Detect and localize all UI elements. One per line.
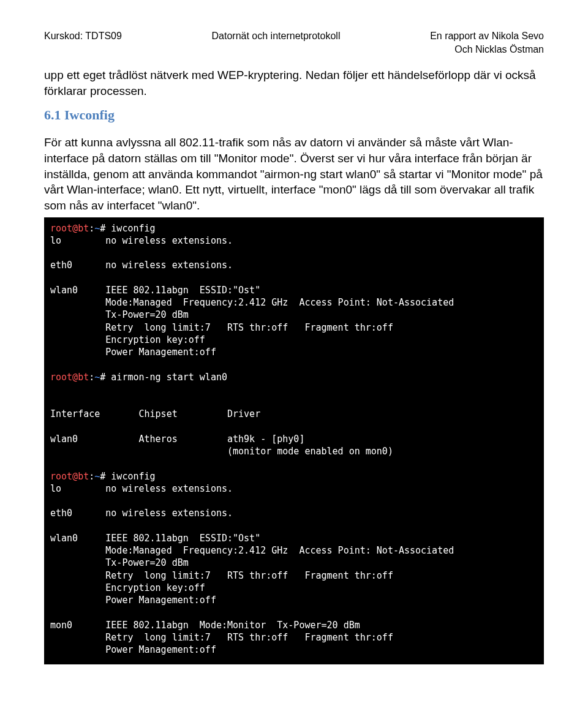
terminal-command-2: airmon-ng start wlan0 bbox=[105, 372, 227, 383]
terminal-command-3: iwconfig bbox=[105, 471, 155, 482]
prompt-colon: : bbox=[89, 223, 94, 234]
terminal-output-3-line-9: Power Management:off bbox=[50, 595, 216, 606]
terminal-output-1-line-6: Tx-Power=20 dBm bbox=[50, 309, 189, 320]
terminal-output-3-line-2: eth0 no wireless extensions. bbox=[50, 508, 233, 519]
terminal-output-2-line-4: wlan0 Atheros ath9k - [phy0] bbox=[50, 434, 304, 445]
terminal-output-3-line-4: wlan0 IEEE 802.11abgn ESSID:"Ost" bbox=[50, 533, 260, 544]
prompt-user-host: root@bt bbox=[50, 471, 89, 482]
terminal-output-3-line-0: lo no wireless extensions. bbox=[50, 483, 233, 494]
terminal-command-1: iwconfig bbox=[105, 223, 155, 234]
terminal-output-1-line-2: eth0 no wireless extensions. bbox=[50, 260, 233, 271]
intro-paragraph: upp ett eget trådlöst nätverk med WEP-kr… bbox=[44, 67, 544, 99]
terminal-output-3-line-13: Power Management:off bbox=[50, 644, 216, 655]
terminal-output-1-line-9: Power Management:off bbox=[50, 347, 216, 358]
header-author-line1: En rapport av Nikola Sevo bbox=[430, 31, 544, 41]
prompt-path: ~ bbox=[94, 223, 100, 234]
header-author-line2: Och Nicklas Östman bbox=[454, 44, 544, 54]
terminal-output-2-line-2: Interface Chipset Driver bbox=[50, 408, 260, 419]
terminal-output-3-line-5: Mode:Managed Frequency:2.412 GHz Access … bbox=[50, 545, 454, 556]
section-paragraph: För att kunna avlyssna all 802.11-trafik… bbox=[44, 135, 544, 213]
prompt-hash: # bbox=[100, 223, 105, 234]
prompt-user-host: root@bt bbox=[50, 372, 89, 383]
section-heading-iwconfig: 6.1 Iwconfig bbox=[44, 107, 544, 123]
terminal-output-3-line-8: Encryption key:off bbox=[50, 582, 205, 593]
terminal-output-3-line-11: mon0 IEEE 802.11abgn Mode:Monitor Tx-Pow… bbox=[50, 620, 360, 631]
terminal-output-1-line-4: wlan0 IEEE 802.11abgn ESSID:"Ost" bbox=[50, 285, 260, 296]
prompt-path: ~ bbox=[94, 471, 100, 482]
prompt-line-2: root@bt:~# airmon-ng start wlan0 bbox=[50, 372, 227, 383]
prompt-user-host: root@bt bbox=[50, 223, 89, 234]
header-authors: En rapport av Nikola SevoOch Nicklas Öst… bbox=[430, 29, 544, 56]
terminal-output-1-line-7: Retry long limit:7 RTS thr:off Fragment … bbox=[50, 322, 393, 333]
terminal-screenshot: root@bt:~# iwconfig lo no wireless exten… bbox=[44, 217, 544, 665]
prompt-colon: : bbox=[89, 372, 94, 383]
page-header: Kurskod: TDTS09 Datornät och internetpro… bbox=[44, 29, 544, 56]
prompt-line-3: root@bt:~# iwconfig bbox=[50, 471, 156, 482]
header-course-title: Datornät och internetprotokoll bbox=[212, 29, 341, 56]
header-course-code: Kurskod: TDTS09 bbox=[44, 29, 122, 56]
terminal-output-1-line-0: lo no wireless extensions. bbox=[50, 235, 233, 246]
prompt-line-1: root@bt:~# iwconfig bbox=[50, 223, 156, 234]
prompt-hash: # bbox=[100, 372, 105, 383]
terminal-output-3-line-12: Retry long limit:7 RTS thr:off Fragment … bbox=[50, 632, 393, 643]
terminal-output-3-line-7: Retry long limit:7 RTS thr:off Fragment … bbox=[50, 570, 393, 581]
terminal-output-1-line-8: Encryption key:off bbox=[50, 334, 205, 345]
terminal-output-1-line-5: Mode:Managed Frequency:2.412 GHz Access … bbox=[50, 297, 454, 308]
terminal-output-2-line-5: (monitor mode enabled on mon0) bbox=[50, 446, 393, 457]
prompt-hash: # bbox=[100, 471, 105, 482]
prompt-path: ~ bbox=[94, 372, 100, 383]
prompt-colon: : bbox=[89, 471, 94, 482]
terminal-output-3-line-6: Tx-Power=20 dBm bbox=[50, 557, 189, 568]
